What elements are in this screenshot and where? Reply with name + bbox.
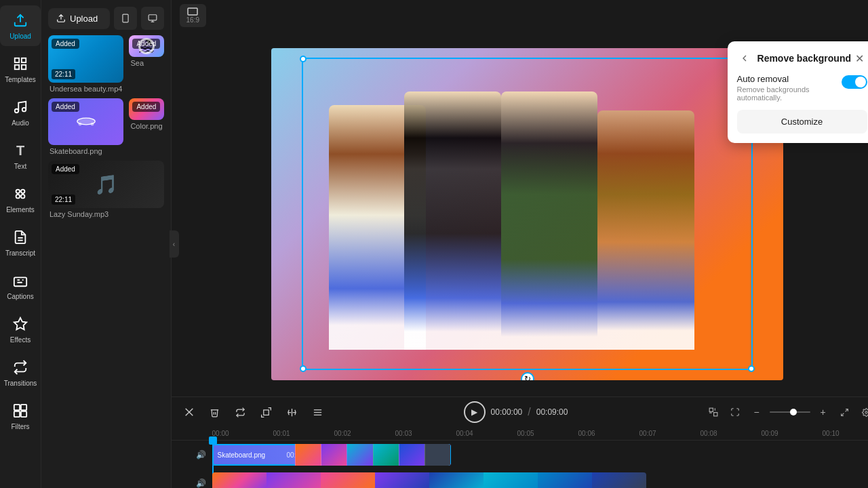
sidebar-item-filters[interactable]: Filters [0,396,41,436]
transcript-icon [11,228,30,247]
ruler-mark-4: 00:04 [456,430,517,437]
sidebar-item-captions[interactable]: Captions [0,266,41,306]
flip-tool-button[interactable] [283,403,302,422]
fit-button[interactable] [726,403,744,421]
track-controls-sea: 🔊 [172,476,212,488]
panel-close-button[interactable]: ✕ [852,51,867,66]
thumb-4 [373,444,399,466]
canvas-area: 16:9 [172,0,868,396]
svg-rect-2 [22,58,26,62]
skate-track[interactable]: Skateboard.png 00:04:00 [212,444,451,466]
aspect-ratio-button[interactable]: 16:9 [180,4,206,27]
zoom-slider[interactable] [770,411,810,413]
sidebar-item-effects[interactable]: Effects [0,309,41,350]
sidebar-item-transitions[interactable]: Transitions [0,352,41,393]
color-track[interactable] [212,472,646,488]
svg-point-8 [21,190,24,194]
upload-button[interactable]: Upload [48,8,110,29]
trim-tool-button[interactable] [180,403,199,422]
delete-tool-button[interactable] [205,403,224,422]
elements-label: Elements [6,206,35,214]
settings-overlay [138,38,155,54]
effects-icon [11,314,30,333]
duration-badge-1: 22:11 [52,69,75,79]
templates-icon [11,54,30,73]
color-seg-7 [538,472,592,488]
settings-button[interactable] [858,403,868,421]
added-badge-3: Added [52,102,79,112]
skate-track-label: Skateboard.png [218,451,266,459]
media-item-music[interactable]: 🎵 Added 22:11 Lazy Sunday.mp3 [48,161,164,218]
loop-tool-button[interactable] [231,403,250,422]
sidebar-item-transcript[interactable]: Transcript [0,222,41,263]
crop-tool-button[interactable] [257,403,276,422]
media-item-color[interactable]: Added Color.png [129,98,163,156]
sidebar-item-text[interactable]: T Text [0,136,41,176]
sidebar-item-templates[interactable]: Templates [0,49,41,89]
sidebar-item-upload[interactable]: Upload [0,5,41,46]
thumb-1 [295,444,321,466]
svg-line-37 [842,413,844,415]
fullscreen-button[interactable] [836,403,854,421]
media-name-3: Skateboard.png [48,147,123,155]
duration-badge-5: 22:11 [52,195,75,205]
panel-header: Remove background ✕ [737,51,867,66]
ruler-mark-1: 00:01 [273,430,334,437]
color-seg-2 [267,472,321,488]
playback-controls: ▶ 00:00:00 / 00:09:00 [464,401,568,423]
play-button[interactable]: ▶ [464,401,486,423]
svg-point-9 [16,195,20,199]
svg-rect-20 [122,14,127,22]
media-item-undersea[interactable]: Added 22:11 Undersea beauty.mp4 [48,35,123,93]
track-row-skate: 🔊 Skateboard.png 00:04:00 [212,441,868,469]
thumb-3 [347,444,372,466]
aspect-ratio-label: 16:9 [186,16,199,24]
media-item-skateboard[interactable]: Added Skateboard.png [48,98,123,156]
svg-rect-4 [15,65,19,69]
timeline-right-controls: − + [705,403,868,421]
person-4 [597,110,694,350]
split-audio-button[interactable] [705,403,722,421]
timeline-toolbar: ▶ 00:00:00 / 00:09:00 [172,397,868,427]
sidebar-item-elements[interactable]: Elements [0,179,41,220]
person-2 [404,92,501,350]
panel-title: Remove background [757,53,851,64]
color-seg-3 [321,472,375,488]
added-badge-1: Added [52,39,79,49]
phone-view-button[interactable] [114,7,137,30]
svg-rect-13 [14,277,26,286]
media-grid: Added 22:11 Undersea beauty.mp4 🏖 Added … [41,35,171,218]
svg-rect-22 [149,15,157,20]
panel-back-button[interactable] [737,51,752,66]
thumb-5 [399,444,425,466]
current-time: 00:00:00 [491,407,523,417]
sidebar-item-audio[interactable]: Audio [0,92,41,133]
svg-rect-18 [21,411,26,417]
zoom-in-button[interactable]: + [814,403,832,421]
collapse-handle[interactable]: ‹ [170,230,179,258]
media-item-sea[interactable]: 🏖 Added Sea [129,35,163,93]
filters-icon [11,401,30,420]
color-seg-4 [375,472,429,488]
svg-rect-34 [709,408,713,411]
audio-icon [11,98,30,117]
main-area: 16:9 [172,0,868,488]
audio-label: Audio [12,119,29,127]
more-tool-button[interactable] [309,403,328,422]
canvas-stage[interactable]: ↻ [271,48,783,380]
track-controls-skate: 🔊 [172,448,212,462]
canvas-wrapper: ↻ Remove background ✕ [172,31,868,396]
auto-removal-toggle[interactable] [842,75,867,89]
tracks-container: 🔊 Skateboard.png 00:04:00 [172,441,868,488]
canvas-topbar: 16:9 [172,0,868,31]
color-seg-5 [429,472,484,488]
svg-point-26 [78,123,81,126]
customize-button[interactable]: Customize [737,110,867,134]
svg-rect-16 [21,405,26,410]
svg-line-36 [846,409,848,411]
desktop-view-button[interactable] [141,7,164,30]
volume-button-sea[interactable]: 🔊 [195,476,208,488]
svg-point-27 [90,123,94,126]
zoom-out-button[interactable]: − [748,403,766,421]
volume-button-skate[interactable]: 🔊 [195,448,208,462]
